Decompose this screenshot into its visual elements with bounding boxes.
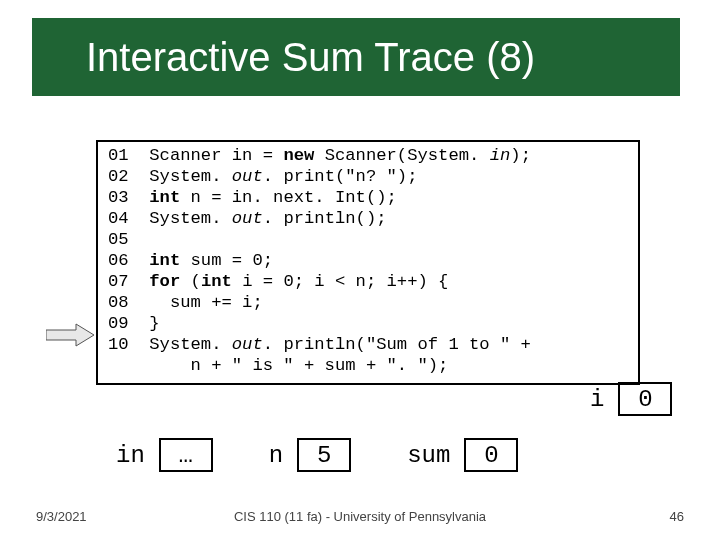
code-line: 07 for (int i = 0; i < n; i++) { xyxy=(108,272,628,293)
title-band: Interactive Sum Trace (8) xyxy=(32,18,680,96)
code-line: 01 Scanner in = new Scanner(System. in); xyxy=(108,146,628,167)
code-line: 08 sum += i; xyxy=(108,293,628,314)
var-cell-sum: 0 xyxy=(464,438,518,472)
var-label-sum: sum xyxy=(403,442,454,469)
var-cell-n: 5 xyxy=(297,438,351,472)
var-label-i: i xyxy=(586,386,608,413)
code-box: 01 Scanner in = new Scanner(System. in);… xyxy=(96,140,640,385)
var-cell-in: … xyxy=(159,438,213,472)
code-line: 10 System. out. println("Sum of 1 to " + xyxy=(108,335,628,356)
code-line: n + " is " + sum + ". "); xyxy=(108,356,628,377)
footer-course: CIS 110 (11 fa) - University of Pennsylv… xyxy=(0,509,720,524)
var-label-n: n xyxy=(265,442,287,469)
var-i: i 0 xyxy=(586,382,672,416)
slide-title: Interactive Sum Trace (8) xyxy=(86,35,535,80)
code-line: 04 System. out. println(); xyxy=(108,209,628,230)
code-line: 02 System. out. print("n? "); xyxy=(108,167,628,188)
var-cell-i: 0 xyxy=(618,382,672,416)
code-line: 06 int sum = 0; xyxy=(108,251,628,272)
code-line: 05 xyxy=(108,230,628,251)
slide: Interactive Sum Trace (8) 01 Scanner in … xyxy=(0,0,720,540)
footer-page-number: 46 xyxy=(670,509,684,524)
execution-arrow-icon xyxy=(46,322,96,348)
title-underline xyxy=(32,96,120,100)
code-line: 09 } xyxy=(108,314,628,335)
svg-marker-0 xyxy=(46,324,94,346)
code-line: 03 int n = in. next. Int(); xyxy=(108,188,628,209)
var-label-in: in xyxy=(112,442,149,469)
var-row: in … n 5 sum 0 xyxy=(112,438,518,472)
